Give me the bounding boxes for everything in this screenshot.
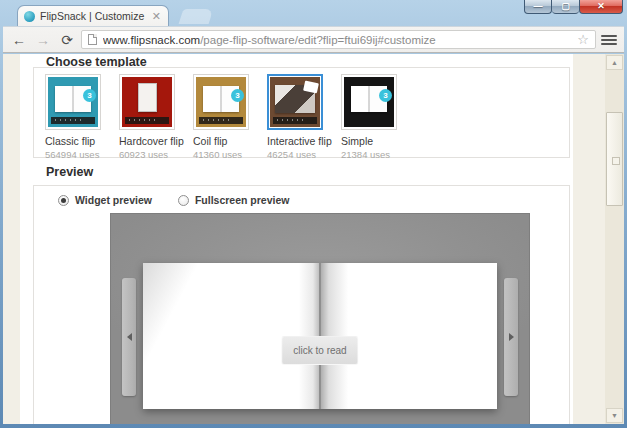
template-name: Simple	[341, 135, 415, 147]
browser-tab[interactable]: FlipSnack | Customize ✕	[17, 5, 169, 26]
new-tab-button[interactable]	[179, 9, 214, 24]
player-bar	[125, 117, 169, 124]
player-bar	[273, 117, 317, 124]
page-number-badge: 3	[231, 89, 244, 102]
template-thumbnail: 3	[45, 74, 101, 130]
scrollbar-thumb[interactable]	[606, 112, 623, 206]
page-number-badge: 3	[379, 89, 392, 102]
template-list: 3 Classic flip 564994 uses 3 Hardcov	[33, 67, 570, 158]
template-uses: 41360 uses	[193, 149, 267, 160]
template-uses: 46254 uses	[267, 149, 341, 160]
preview-panel: Widget preview Fullscreen preview	[33, 185, 570, 424]
template-uses: 60923 uses	[119, 149, 193, 160]
back-icon[interactable]: ←	[9, 33, 29, 47]
url-path: /page-flip-software/edit?flip=ftui69ij#c…	[200, 34, 436, 46]
url-host: www.flipsnack.com	[103, 34, 200, 46]
template-name: Coil flip	[193, 135, 267, 147]
content-area: Choose template 3 Classic flip 564994 us…	[20, 54, 573, 424]
template-thumbnail	[267, 74, 323, 130]
tab-close-icon[interactable]: ✕	[151, 11, 162, 22]
template-hardcover-flip[interactable]: 3 Hardcover flip 60923 uses	[119, 74, 193, 160]
template-uses: 564994 uses	[45, 149, 119, 160]
browser-window: — ▢ ✕ FlipSnack | Customize ✕ ← → ⟳ www.…	[0, 0, 627, 428]
template-simple[interactable]: 3 Simple 21384 uses	[341, 74, 415, 160]
minimize-button[interactable]: —	[524, 0, 552, 14]
close-button[interactable]: ✕	[579, 0, 623, 14]
radio-icon	[58, 195, 69, 206]
template-name: Hardcover flip	[119, 135, 193, 147]
template-uses: 21384 uses	[341, 149, 415, 160]
template-name: Classic flip	[45, 135, 119, 147]
close-icon: ✕	[597, 2, 605, 11]
refresh-icon[interactable]: ⟳	[57, 33, 77, 47]
template-interactive-flip[interactable]: Interactive flip 46254 uses	[267, 74, 341, 160]
player-bar	[51, 117, 95, 124]
forward-icon[interactable]: →	[33, 33, 53, 47]
radio-icon	[178, 195, 189, 206]
minimize-icon: —	[534, 2, 543, 11]
click-to-read-button[interactable]: click to read	[281, 336, 358, 365]
widget-preview-radio[interactable]: Widget preview	[58, 194, 152, 206]
page-viewport: Choose template 3 Classic flip 564994 us…	[3, 54, 624, 424]
template-name: Interactive flip	[267, 135, 341, 147]
template-coil-flip[interactable]: 3 Coil flip 41360 uses	[193, 74, 267, 160]
template-thumbnail: 3	[193, 74, 249, 130]
menu-icon[interactable]	[600, 33, 618, 47]
maximize-icon: ▢	[561, 2, 570, 11]
browser-toolbar: ← → ⟳ www.flipsnack.com/page-flip-softwa…	[3, 26, 624, 53]
page-icon	[88, 34, 97, 45]
window-controls: — ▢ ✕	[524, 0, 623, 14]
template-thumbnail: 3	[119, 74, 175, 130]
maximize-button[interactable]: ▢	[552, 0, 579, 14]
template-thumbnail: 3	[341, 74, 397, 130]
address-bar[interactable]: www.flipsnack.com/page-flip-software/edi…	[81, 30, 596, 49]
tab-title: FlipSnack | Customize	[40, 10, 146, 22]
previous-page-button[interactable]	[122, 278, 136, 396]
arrow-right-icon	[509, 333, 514, 341]
preview-heading: Preview	[46, 165, 93, 179]
url-text: www.flipsnack.com/page-flip-software/edi…	[103, 34, 571, 46]
template-classic-flip[interactable]: 3 Classic flip 564994 uses	[45, 74, 119, 160]
flipbook-widget: click to read	[110, 213, 530, 424]
scroll-down-arrow[interactable]: ▼	[606, 408, 623, 423]
next-page-button[interactable]	[504, 278, 518, 396]
fullscreen-preview-radio[interactable]: Fullscreen preview	[178, 194, 290, 206]
page-scrollbar[interactable]: ▲ ▼	[605, 54, 624, 424]
player-bar	[199, 117, 243, 124]
preview-mode-options: Widget preview Fullscreen preview	[58, 194, 289, 206]
flipsnack-favicon	[24, 11, 35, 22]
page-number-badge: 3	[83, 89, 96, 102]
bookmark-star-icon[interactable]: ☆	[577, 33, 589, 46]
arrow-left-icon	[127, 333, 132, 341]
scroll-up-arrow[interactable]: ▲	[606, 55, 623, 70]
